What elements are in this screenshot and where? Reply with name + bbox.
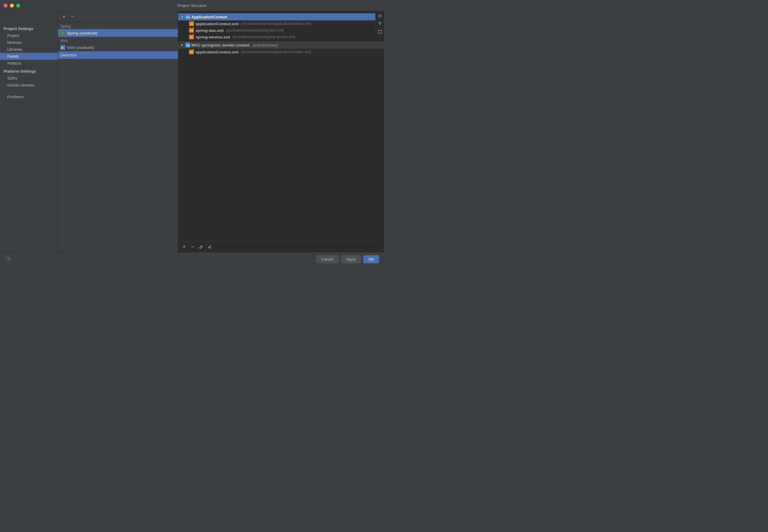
right-panel-content: ▼ XML ApplicationContext XML — [178, 11, 384, 241]
mvc-context-group: ▼ XML MVC springmvc servlet context (aut… — [178, 41, 384, 55]
sidebar-item-artifacts[interactable]: Artifacts — [0, 60, 58, 67]
web-icon: W — [60, 45, 65, 50]
remove-facet-button[interactable]: − — [69, 13, 76, 20]
expand-button[interactable] — [376, 28, 383, 35]
sidebar: ‹ › Project Settings Project Modules Lib… — [0, 11, 58, 252]
chevron-down-icon: ▼ — [180, 15, 183, 19]
tree-row[interactable]: XML spring-dao.xml (src/main/resources/s… — [178, 27, 384, 34]
filepath-label: (src/main/resources/applicationContext.x… — [241, 50, 311, 54]
tree-row[interactable]: XML applicationContext.xml (src/main/res… — [178, 20, 384, 27]
help-button[interactable]: ? — [5, 256, 11, 263]
platform-settings-header: Platform Settings — [0, 68, 58, 75]
xml-file-icon: XML — [189, 35, 194, 39]
web-facet-item[interactable]: W Web (ssmbuild) — [58, 44, 178, 51]
filter-button[interactable] — [376, 20, 383, 28]
filename-label: applicationContext.xml — [196, 22, 239, 26]
tree-row[interactable]: XML applicationContext.xml (src/main/res… — [178, 49, 384, 55]
mvc-context-header[interactable]: ▼ XML MVC springmvc servlet context (aut… — [178, 41, 384, 49]
tools-button[interactable] — [206, 243, 213, 250]
middle-toolbar: + − — [58, 11, 178, 23]
sidebar-item-project[interactable]: Project — [0, 32, 58, 39]
xml-file-icon: XML — [189, 28, 194, 33]
mvc-config-icon: XML — [185, 43, 190, 47]
application-context-header[interactable]: ▼ XML ApplicationContext — [178, 13, 384, 20]
sort-button[interactable] — [376, 13, 383, 20]
bottom-left: ? — [5, 256, 11, 263]
right-side-toolbar — [375, 11, 384, 37]
filename-label: spring-service.xml — [196, 35, 230, 39]
svg-point-37 — [210, 248, 211, 249]
close-button[interactable] — [4, 4, 8, 8]
web-group: Web W Web (ssmbuild) — [58, 37, 178, 51]
window-controls — [4, 4, 20, 8]
minimize-button[interactable] — [10, 4, 14, 8]
spring-facet-item[interactable]: Spring (ssmbuild) — [58, 29, 178, 37]
filename-label: applicationContext.xml — [196, 50, 239, 54]
xml-file-icon: XML — [189, 50, 194, 54]
filepath-label: (src/main/resources/applicationContext.x… — [241, 22, 311, 26]
nav-arrows: ‹ › — [0, 14, 58, 24]
sidebar-item-libraries[interactable]: Libraries — [0, 46, 58, 53]
svg-text:W: W — [61, 47, 63, 49]
project-settings-header: Project Settings — [0, 25, 58, 32]
remove-config-button[interactable]: − — [189, 243, 196, 250]
middle-panel: + − Spring Spring (ssmbuild) Web — [58, 11, 178, 252]
group2-title: MVC springmvc servlet context — [191, 43, 250, 47]
edit-config-button[interactable] — [198, 243, 205, 250]
filepath-label: (src/main/resources/spring-service.xml) — [233, 35, 295, 39]
right-bottom-toolbar: + − — [178, 241, 384, 252]
sidebar-item-facets[interactable]: Facets — [0, 53, 58, 60]
svg-point-1 — [62, 32, 63, 34]
spring-group-label: Spring — [58, 23, 178, 29]
web-facet-label: Web (ssmbuild) — [67, 45, 94, 50]
maximize-button[interactable] — [16, 4, 20, 8]
sidebar-problems: Problems — [0, 93, 58, 100]
sidebar-item-sdks[interactable]: SDKs — [0, 75, 58, 82]
application-context-group: ▼ XML ApplicationContext XML — [178, 13, 384, 40]
nav-back-button[interactable]: ‹ — [2, 16, 6, 22]
sidebar-project-settings: Project Settings Project Modules Librari… — [0, 24, 58, 68]
detection-item[interactable]: Detection — [58, 51, 178, 59]
svg-text:XML: XML — [186, 16, 190, 18]
filepath-label: (src/main/resources/spring-dao.xml) — [226, 28, 283, 32]
sidebar-item-modules[interactable]: Modules — [0, 39, 58, 46]
tree-row[interactable]: XML spring-service.xml (src/main/resourc… — [178, 34, 384, 40]
add-config-button[interactable]: + — [180, 243, 188, 250]
filename-label: spring-dao.xml — [196, 28, 224, 33]
main-layout: ‹ › Project Settings Project Modules Lib… — [0, 11, 384, 252]
spring-group: Spring Spring (ssmbuild) — [58, 23, 178, 37]
bottom-right: Cancel Apply OK — [316, 255, 379, 263]
group1-title: ApplicationContext — [191, 15, 227, 19]
right-panel: ▼ XML ApplicationContext XML — [178, 11, 384, 252]
spring-facet-label: Spring (ssmbuild) — [67, 31, 97, 35]
sidebar-platform-settings: Platform Settings SDKs Global Libraries — [0, 68, 58, 89]
spring-config-icon: XML — [185, 14, 190, 19]
group2-title-suffix: (autodetected) — [253, 43, 278, 47]
bottom-bar: ? Cancel Apply OK — [0, 252, 384, 266]
svg-text:XML: XML — [186, 44, 190, 47]
nav-forward-button[interactable]: › — [8, 16, 11, 22]
ok-button[interactable]: OK — [363, 255, 379, 263]
xml-file-icon: XML — [189, 21, 194, 26]
apply-button[interactable]: Apply — [341, 255, 361, 263]
web-group-label: Web — [58, 37, 178, 44]
svg-line-36 — [208, 246, 210, 248]
add-facet-button[interactable]: + — [60, 13, 68, 20]
chevron-down-icon: ▼ — [180, 44, 183, 47]
sidebar-item-global-libraries[interactable]: Global Libraries — [0, 82, 58, 89]
cancel-button[interactable]: Cancel — [316, 255, 338, 263]
sidebar-item-problems[interactable]: Problems — [0, 93, 58, 100]
title-bar: Project Structure — [0, 0, 384, 11]
spring-icon — [60, 31, 65, 35]
window-title: Project Structure — [177, 3, 207, 8]
